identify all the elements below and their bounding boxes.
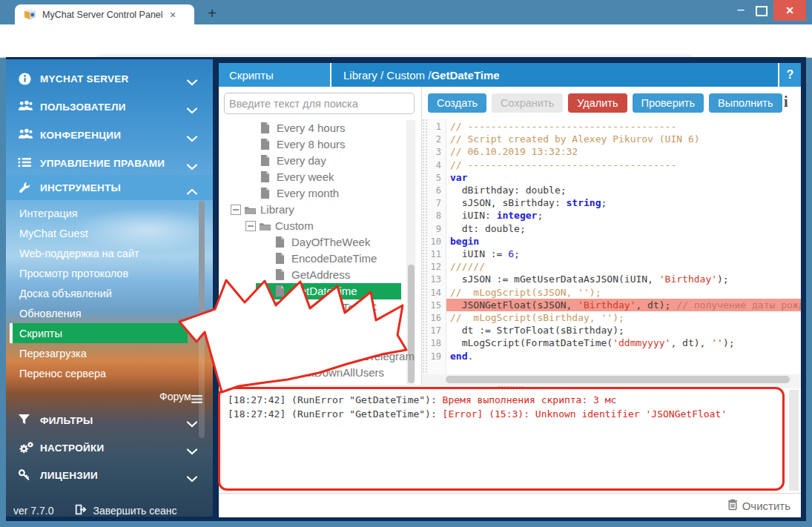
window-minimize-button[interactable]: – xyxy=(731,1,750,21)
version-label: ver 7.7.0 xyxy=(13,505,53,517)
sidebar-section-2[interactable]: ПОЛЬЗОВАТЕЛИ xyxy=(6,96,213,118)
code-token: iUIN: xyxy=(450,210,497,221)
code-token: sJSON := mGetUserDataAsJSON(iUIN, xyxy=(450,274,659,285)
toolbar-button-удалить[interactable]: Удалить xyxy=(568,93,627,113)
sidebar-item-web-поддержка-на-сайт[interactable]: Web-поддержка на сайт xyxy=(6,243,213,263)
file-icon xyxy=(275,318,285,329)
code-line-12: ////// xyxy=(450,261,485,272)
sidebar-section-tools[interactable]: ИНСТРУМЕНТЫ xyxy=(6,175,213,200)
module-tab-scripts[interactable]: Скрипты xyxy=(219,63,330,87)
sidebar-item-перезагрузка[interactable]: Перезагрузка xyxy=(6,343,213,363)
console-bottom-bar: Очистить xyxy=(219,493,801,517)
tree-item-every-month[interactable]: Every month xyxy=(219,185,406,202)
code-line-15: JSONGetFloat(sJSON, 'Birthday', dt); // … xyxy=(450,299,801,311)
toolbar-button-выполнить[interactable]: Выполнить xyxy=(709,93,782,113)
code-token: ); xyxy=(717,274,729,285)
sidebar-item-интеграция[interactable]: Интеграция xyxy=(6,203,213,223)
sidebar-section-label: ФИЛЬТРЫ xyxy=(40,415,93,426)
chevron-down-icon xyxy=(187,417,197,424)
toolbar-button-проверить[interactable]: Проверить xyxy=(633,93,704,113)
sidebar-section-label: КОНФЕРЕНЦИИ xyxy=(40,130,121,141)
sidebar-section-4[interactable]: УПРАВЛЕНИЕ ПРАВАМИ xyxy=(6,152,213,174)
tree-item-shutdownallusers[interactable]: ShutDownAllUsers xyxy=(219,365,406,381)
window-close-button[interactable]: ✕ xyxy=(773,0,806,21)
browser-tab[interactable]: MyChat Server Control Panel × xyxy=(15,4,194,24)
line-number: 19 xyxy=(422,351,441,362)
sidebar-item-перенос-сервера[interactable]: Перенос сервера xyxy=(6,363,213,383)
code-line-7: sJSON, sBirthday: string; xyxy=(450,197,607,208)
line-number: 13 xyxy=(422,274,441,285)
tree-item-localtimetoutc[interactable]: LocalTimeToUTC xyxy=(219,299,406,316)
code-token: // ------------------------------------ xyxy=(450,121,676,132)
sidebar-scrollbar-thumb[interactable] xyxy=(199,201,205,331)
line-number: 2 xyxy=(422,134,441,145)
tree-item-library[interactable]: Library xyxy=(219,202,406,218)
chevron-up-icon xyxy=(187,185,197,191)
tree-item-posttelegram[interactable]: PostTelegram xyxy=(219,332,406,348)
list-icon xyxy=(18,156,33,170)
toolbar-button-сохранить[interactable]: Сохранить xyxy=(492,93,563,113)
code-token: end xyxy=(450,351,467,362)
tree-item-every-8-hours[interactable]: Every 8 hours xyxy=(219,136,406,153)
tree-item-every-4-hours[interactable]: Every 4 hours xyxy=(219,120,406,136)
chevron-down-icon xyxy=(187,160,197,167)
code-line-11: iUIN := 6; xyxy=(450,248,520,259)
sidebar-item-обновления[interactable]: Обновления xyxy=(6,303,213,323)
tree-item-label: GetDateTime xyxy=(291,285,357,297)
sidebar-item-скрипты[interactable]: Скрипты xyxy=(6,323,213,343)
tree-item-encodedatetime[interactable]: EncodeDateTime xyxy=(219,251,406,267)
tree-item-label: Every month xyxy=(277,187,339,199)
collapse-box-icon[interactable] xyxy=(231,205,241,215)
info-icon[interactable]: i xyxy=(784,93,788,110)
tree-scrollbar-thumb[interactable] xyxy=(408,265,415,383)
new-tab-button[interactable]: + xyxy=(203,5,221,23)
sidebar-item-label: Обновления xyxy=(19,308,82,319)
tree-item-every-day[interactable]: Every day xyxy=(219,153,406,169)
clear-console-button[interactable]: Очистить xyxy=(727,499,790,513)
sidebar-item-label: Перенос сервера xyxy=(19,368,106,379)
sidebar-section-3[interactable]: КОНФЕРЕНЦИИ xyxy=(6,124,213,146)
code-token: begin xyxy=(450,236,479,247)
chevron-down-icon xyxy=(187,76,197,82)
file-icon xyxy=(275,302,285,313)
sidebar-item-forum[interactable]: Форум xyxy=(6,388,213,405)
breadcrumb-path: Library / Custom / xyxy=(343,69,431,82)
tab-close-icon[interactable]: × xyxy=(170,9,176,21)
tree-item-dayoftheweek[interactable]: DayOfTheWeek xyxy=(219,234,406,251)
tree-item-sendmessage2telegram[interactable]: SendMessage2Telegram xyxy=(219,348,406,365)
code-token: // Script created by Alexey Pikurov (UIN… xyxy=(450,133,700,145)
sidebar-item-просмотр-протоколов[interactable]: Просмотр протоколов xyxy=(6,263,213,283)
help-button[interactable]: ? xyxy=(779,63,801,87)
tree-item-every-week[interactable]: Every week xyxy=(219,169,406,185)
sidebar-section-настройки[interactable]: НАСТРОЙКИ xyxy=(6,437,213,459)
window-maximize-button[interactable] xyxy=(756,6,768,16)
file-icon xyxy=(260,188,271,199)
search-input[interactable] xyxy=(224,93,415,114)
code-line-8: iUIN: integer; xyxy=(450,210,543,221)
sidebar-section-фильтры[interactable]: ФИЛЬТРЫ xyxy=(6,409,213,431)
key-icon xyxy=(18,468,33,482)
tree-item-label: ShutDownAllUsers xyxy=(291,366,384,379)
toolbar-button-создать[interactable]: Создать xyxy=(428,93,486,113)
sidebar-item-доска-объявлений[interactable]: Доска объявлений xyxy=(6,283,213,303)
tree-item-getaddress[interactable]: GetAddress xyxy=(219,267,406,283)
code-line-3: // 06.10.2019 13:32:32 xyxy=(450,146,578,157)
console-scrollbar[interactable] xyxy=(789,390,799,491)
sidebar-section-label: НАСТРОЙКИ xyxy=(40,443,105,454)
collapse-box-icon[interactable] xyxy=(245,221,256,231)
users-icon xyxy=(18,100,33,113)
console-highlight-annotation xyxy=(218,387,785,491)
sidebar-section-лицензии[interactable]: ЛИЦЕНЗИИ xyxy=(6,464,213,486)
code-editor[interactable]: 12345678910111213141516171819 // -------… xyxy=(422,119,801,374)
line-number: 5 xyxy=(422,173,441,183)
sidebar-item-label: Скрипты xyxy=(19,328,62,339)
tree-item-now[interactable]: Now xyxy=(219,316,406,332)
exit-icon xyxy=(74,504,88,517)
tree-item-getdatetime[interactable]: GetDateTime xyxy=(219,283,406,299)
sidebar-item-mychat-guest[interactable]: MyChat Guest xyxy=(6,223,213,243)
editor-horizontal-scrollbar-thumb[interactable] xyxy=(446,376,790,383)
sidebar-section-1[interactable]: MYCHAT SERVER xyxy=(6,67,213,90)
tree-item-custom[interactable]: Custom xyxy=(219,218,406,234)
logout-button[interactable]: Завершить сеанс xyxy=(74,504,176,517)
line-number: 12 xyxy=(422,262,441,272)
